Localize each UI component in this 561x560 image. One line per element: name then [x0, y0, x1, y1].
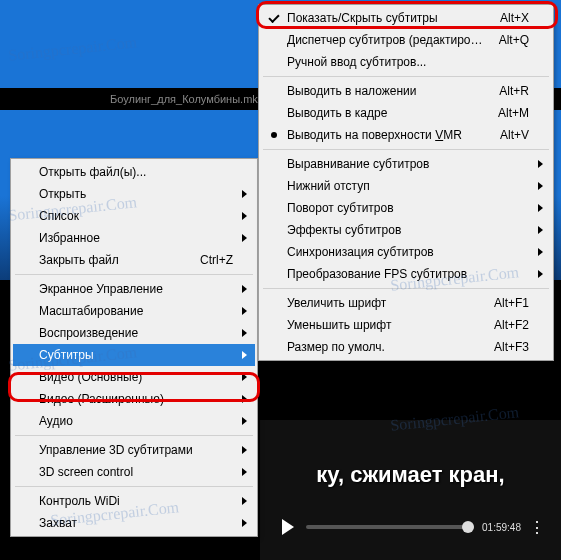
menu-item-label: Диспетчер субтитров (редактирование)... — [287, 33, 489, 47]
menu-item-label: Открыть файл(ы)... — [39, 165, 233, 179]
menu-item-label: Закрыть файл — [39, 253, 190, 267]
chevron-right-icon — [538, 182, 543, 190]
chevron-right-icon — [242, 373, 247, 381]
menu-item[interactable]: Захват — [13, 512, 255, 534]
menu-item-label: Управление 3D субтитрами — [39, 443, 233, 457]
radio-icon — [271, 132, 277, 138]
menu-item-label: Показать/Скрыть субтитры — [287, 11, 490, 25]
menu-item[interactable]: Увеличить шрифтAlt+F1 — [261, 292, 551, 314]
menu-separator — [15, 435, 253, 436]
menu-item[interactable]: Выводить в кадреAlt+M — [261, 102, 551, 124]
menu-item-label: Размер по умолч. — [287, 340, 484, 354]
menu-item-accelerator: Alt+X — [500, 11, 529, 25]
menu-item[interactable]: Масштабирование — [13, 300, 255, 322]
chevron-right-icon — [242, 395, 247, 403]
menu-item-label: Ручной ввод субтитров... — [287, 55, 529, 69]
menu-item-label: Субтитры — [39, 348, 233, 362]
menu-item-label: Контроль WiDi — [39, 494, 233, 508]
menu-item[interactable]: Воспроизведение — [13, 322, 255, 344]
menu-item-accelerator: Alt+F1 — [494, 296, 529, 310]
chevron-right-icon — [242, 307, 247, 315]
menu-item[interactable]: Управление 3D субтитрами — [13, 439, 255, 461]
menu-item[interactable]: Выводить на поверхности VMRAlt+V — [261, 124, 551, 146]
menu-item[interactable]: Выравнивание субтитров — [261, 153, 551, 175]
menu-item[interactable]: Открыть файл(ы)... — [13, 161, 255, 183]
chevron-right-icon — [538, 270, 543, 278]
menu-item-accelerator: Ctrl+Z — [200, 253, 233, 267]
chevron-right-icon — [242, 212, 247, 220]
menu-item-accelerator: Alt+R — [499, 84, 529, 98]
chevron-right-icon — [242, 190, 247, 198]
menu-item-label: Выводить в кадре — [287, 106, 488, 120]
menu-item[interactable]: Аудио — [13, 410, 255, 432]
menu-item-label: Синхронизация субтитров — [287, 245, 529, 259]
context-submenu-subtitles: Показать/Скрыть субтитрыAlt+XДиспетчер с… — [258, 4, 554, 361]
chevron-right-icon — [242, 285, 247, 293]
chevron-right-icon — [538, 226, 543, 234]
menu-item[interactable]: Экранное Управление — [13, 278, 255, 300]
time-display: 01:59:48 — [482, 522, 521, 533]
playback-controls: 01:59:48 ⋮ — [270, 512, 551, 542]
menu-item-label: Экранное Управление — [39, 282, 233, 296]
menu-separator — [15, 274, 253, 275]
menu-item-label: Захват — [39, 516, 233, 530]
menu-item[interactable]: Уменьшить шрифтAlt+F2 — [261, 314, 551, 336]
chevron-right-icon — [538, 160, 543, 168]
menu-item-label: Избранное — [39, 231, 233, 245]
chevron-right-icon — [242, 468, 247, 476]
menu-item[interactable]: Видео (Расширенные) — [13, 388, 255, 410]
menu-item-label: 3D screen control — [39, 465, 233, 479]
menu-item[interactable]: Открыть — [13, 183, 255, 205]
chevron-right-icon — [242, 234, 247, 242]
menu-item-accelerator: Alt+F3 — [494, 340, 529, 354]
chevron-right-icon — [538, 204, 543, 212]
menu-item[interactable]: Контроль WiDi — [13, 490, 255, 512]
menu-item-label: Аудио — [39, 414, 233, 428]
menu-item[interactable]: Поворот субтитров — [261, 197, 551, 219]
menu-item[interactable]: Ручной ввод субтитров... — [261, 51, 551, 73]
menu-item[interactable]: Нижний отступ — [261, 175, 551, 197]
menu-item[interactable]: Показать/Скрыть субтитрыAlt+X — [261, 7, 551, 29]
menu-item[interactable]: Эффекты субтитров — [261, 219, 551, 241]
menu-item-label: Видео (Основные) — [39, 370, 233, 384]
play-icon[interactable] — [282, 519, 294, 535]
menu-separator — [263, 76, 549, 77]
menu-item-label: Воспроизведение — [39, 326, 233, 340]
menu-item-label: Выводить на поверхности VMR — [287, 128, 490, 142]
menu-item-label: Выводить в наложении — [287, 84, 489, 98]
menu-item[interactable]: Список — [13, 205, 255, 227]
chevron-right-icon — [242, 497, 247, 505]
menu-item[interactable]: Выводить в наложенииAlt+R — [261, 80, 551, 102]
menu-item-label: Увеличить шрифт — [287, 296, 484, 310]
menu-separator — [263, 149, 549, 150]
menu-item[interactable]: Диспетчер субтитров (редактирование)...A… — [261, 29, 551, 51]
menu-separator — [15, 486, 253, 487]
menu-item-label: Преобразование FPS субтитров — [287, 267, 529, 281]
chevron-right-icon — [242, 417, 247, 425]
chevron-right-icon — [242, 329, 247, 337]
video-subtitle-overlay: ку, сжимает кран, — [260, 462, 561, 488]
menu-item-accelerator: Alt+M — [498, 106, 529, 120]
menu-item-label: Список — [39, 209, 233, 223]
chevron-right-icon — [242, 446, 247, 454]
menu-item-accelerator: Alt+F2 — [494, 318, 529, 332]
menu-item-label: Нижний отступ — [287, 179, 529, 193]
menu-item[interactable]: Размер по умолч.Alt+F3 — [261, 336, 551, 358]
menu-item-accelerator: Alt+V — [500, 128, 529, 142]
context-menu-main: Открыть файл(ы)...ОткрытьСписокИзбранное… — [10, 158, 258, 537]
menu-item[interactable]: Синхронизация субтитров — [261, 241, 551, 263]
menu-item[interactable]: 3D screen control — [13, 461, 255, 483]
menu-item-label: Эффекты субтитров — [287, 223, 529, 237]
menu-item-accelerator: Alt+Q — [499, 33, 529, 47]
chevron-right-icon — [538, 248, 543, 256]
check-icon — [268, 12, 279, 23]
seek-bar[interactable] — [306, 525, 474, 529]
menu-item[interactable]: Субтитры — [13, 344, 255, 366]
menu-item[interactable]: Видео (Основные) — [13, 366, 255, 388]
menu-item[interactable]: Преобразование FPS субтитров — [261, 263, 551, 285]
menu-item[interactable]: Избранное — [13, 227, 255, 249]
more-icon[interactable]: ⋮ — [529, 518, 545, 537]
menu-item[interactable]: Закрыть файлCtrl+Z — [13, 249, 255, 271]
chevron-right-icon — [242, 351, 247, 359]
menu-item-label: Открыть — [39, 187, 233, 201]
